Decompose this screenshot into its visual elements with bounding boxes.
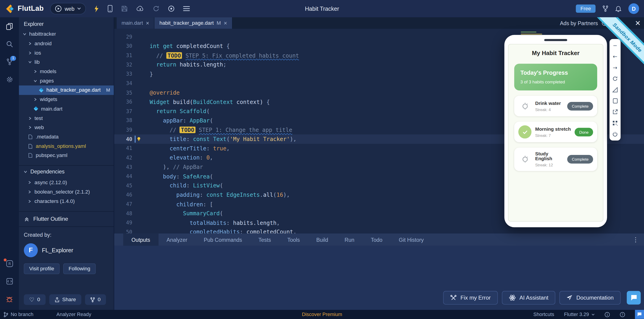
ruler-icon[interactable] xyxy=(612,87,618,92)
help-icon[interactable]: ? xyxy=(620,312,625,317)
source-control-icon[interactable]: 1 xyxy=(6,58,12,65)
file-analysis_options.yaml[interactable]: analysis_options.yaml xyxy=(19,141,114,151)
habit-icon xyxy=(518,153,532,166)
panel-tab-build[interactable]: Build xyxy=(308,233,336,246)
menu-icon[interactable] xyxy=(184,6,190,11)
lightning-icon[interactable] xyxy=(94,5,99,12)
reload-icon[interactable] xyxy=(612,76,618,81)
editor-tab-main.dart[interactable]: main.dart× xyxy=(117,17,154,29)
modified-badge: M xyxy=(216,20,221,26)
file-main.dart[interactable]: main.dart xyxy=(19,104,114,114)
file-pubspec.yaml[interactable]: pubspec.yaml xyxy=(19,151,114,160)
debug-bug-icon[interactable] xyxy=(6,295,13,302)
habit-card[interactable]: Morning stretchStreak: 7Done xyxy=(514,122,597,142)
power-icon[interactable] xyxy=(612,132,618,137)
notifications-bell-icon[interactable] xyxy=(615,5,622,12)
lightbulb-icon[interactable] xyxy=(136,136,141,141)
panel-tab-pub-commands[interactable]: Pub Commands xyxy=(196,233,250,246)
share-button[interactable]: Share xyxy=(49,294,81,305)
close-tab-icon[interactable]: × xyxy=(224,20,227,26)
panel-tab-tools[interactable]: Tools xyxy=(279,233,308,246)
back-arrow-icon[interactable]: ← xyxy=(613,54,617,59)
feedback-corner-button[interactable] xyxy=(635,310,644,319)
fix-my-error-button[interactable]: Fix my Error xyxy=(443,291,498,304)
overflow-menu-icon[interactable]: ⋮ xyxy=(632,233,644,246)
panel-tab-analyzer[interactable]: Analyzer xyxy=(158,233,196,246)
folder-habittracker[interactable]: habittracker xyxy=(19,30,114,39)
habit-action-button[interactable]: Done xyxy=(575,128,593,136)
habit-action-button[interactable]: Complete xyxy=(567,155,593,164)
progress-subtitle: 3 of 3 habits completed xyxy=(520,79,591,84)
branch-indicator[interactable]: No branch xyxy=(4,311,33,317)
chat-button[interactable] xyxy=(627,291,641,304)
following-button[interactable]: Following xyxy=(63,263,96,274)
device-preview[interactable]: My Habit Tracker Today's Progress 3 of 3… xyxy=(504,35,607,227)
shortcuts-link[interactable]: Shortcuts xyxy=(534,311,554,317)
dependency-item[interactable]: boolean_selector (2.1.2) xyxy=(19,187,114,196)
close-icon[interactable]: ✕ xyxy=(635,19,641,28)
device-preview-icon[interactable] xyxy=(108,5,113,12)
folder-pages[interactable]: pages xyxy=(19,76,114,86)
folder-android[interactable]: android xyxy=(19,39,114,48)
topbar-right: Free D xyxy=(576,3,639,14)
documentation-button[interactable]: Documentation xyxy=(560,291,621,304)
cloud-sync-icon[interactable] xyxy=(136,6,144,12)
visit-profile-button[interactable]: Visit profile xyxy=(24,263,60,274)
qr-code-icon[interactable] xyxy=(612,120,618,126)
file-habit_tracker_page.dart[interactable]: habit_tracker_page.dartM xyxy=(19,86,114,95)
habit-action-button[interactable]: Complete xyxy=(567,102,593,110)
record-icon[interactable] xyxy=(168,5,175,12)
creator-avatar[interactable]: F xyxy=(24,243,38,257)
discover-premium-link[interactable]: Discover Premium xyxy=(302,311,342,317)
created-by-label: Created by: xyxy=(24,232,109,238)
search-icon[interactable] xyxy=(6,41,13,48)
folder-web[interactable]: web xyxy=(19,123,114,132)
git-fork-icon[interactable] xyxy=(602,5,608,12)
info-icon[interactable] xyxy=(604,312,610,317)
close-tab-icon[interactable]: × xyxy=(146,20,149,26)
likes-button[interactable]: ♡ 0 xyxy=(24,294,45,305)
dependencies-header[interactable]: Dependencies xyxy=(19,165,114,178)
ai-assistant-label: AI Assistant xyxy=(519,295,548,301)
panel-tab-git-history[interactable]: Git History xyxy=(390,233,432,246)
explorer-icon[interactable] xyxy=(6,23,13,30)
open-external-icon[interactable] xyxy=(612,109,618,115)
folder-models[interactable]: models xyxy=(19,67,114,76)
plan-badge[interactable]: Free xyxy=(576,5,596,13)
refresh-icon[interactable] xyxy=(153,5,160,12)
chevron-down-icon xyxy=(78,7,81,10)
folder-test[interactable]: test xyxy=(19,114,114,123)
habit-card[interactable]: Study EnglishStreak: 12Complete xyxy=(514,148,597,171)
habit-card[interactable]: Drink waterStreak: 4Complete xyxy=(514,96,597,116)
settings-gear-icon[interactable] xyxy=(6,76,13,83)
snippets-icon[interactable] xyxy=(6,278,13,285)
code-line-50[interactable]: 50 completedHabits: completedCount, xyxy=(114,227,644,233)
flutter-version-selector[interactable]: Flutter 3.29 xyxy=(564,311,595,317)
collapse-icon[interactable]: − xyxy=(613,43,617,48)
panel-tab-run[interactable]: Run xyxy=(336,233,363,246)
app-screen[interactable]: My Habit Tracker Today's Progress 3 of 3… xyxy=(508,44,603,221)
forks-button[interactable]: 0 xyxy=(85,294,106,305)
run-icon[interactable] xyxy=(55,5,62,12)
panel-tab-todo[interactable]: Todo xyxy=(363,233,391,246)
editor-tab-habit_tracker_page.dart[interactable]: habit_tracker_page.dartM× xyxy=(154,17,232,29)
save-icon[interactable] xyxy=(121,5,128,12)
folder-ios[interactable]: ios xyxy=(19,48,114,58)
dependency-item[interactable]: characters (1.4.0) xyxy=(19,197,114,206)
resources-icon[interactable]: R xyxy=(6,260,13,267)
social-row: ♡ 0 Share 0 xyxy=(24,294,109,305)
folder-lib[interactable]: lib xyxy=(19,58,114,67)
ai-assistant-button[interactable]: AI Assistant xyxy=(502,291,556,304)
flutter-outline-toggle[interactable]: Flutter Outline xyxy=(19,212,114,226)
file-.metadata[interactable]: .metadata xyxy=(19,132,114,141)
user-avatar[interactable]: D xyxy=(628,3,639,14)
panel-tab-tests[interactable]: Tests xyxy=(250,233,279,246)
device-frame-icon[interactable] xyxy=(612,98,618,104)
flutlab-home-link[interactable]: FlutLab xyxy=(5,4,44,13)
dart-file-icon xyxy=(34,107,38,111)
panel-tab-outputs[interactable]: Outputs xyxy=(123,233,158,246)
run-target-selector[interactable]: web xyxy=(50,3,86,15)
dependency-item[interactable]: async (2.12.0) xyxy=(19,178,114,187)
folder-widgets[interactable]: widgets xyxy=(19,95,114,104)
forward-arrow-icon[interactable]: → xyxy=(613,65,617,70)
